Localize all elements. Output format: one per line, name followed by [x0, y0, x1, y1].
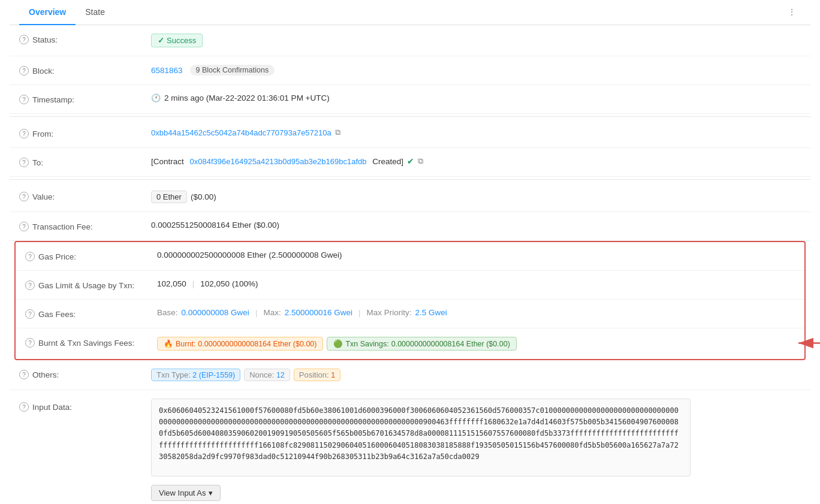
from-help-icon[interactable]: ?	[19, 129, 29, 138]
from-row: ? From: 0xbb44a15462c5c5042a74b4adc77079…	[10, 119, 810, 148]
gasfees-label: ? Gas Fees:	[25, 308, 157, 319]
position-badge: Position: 1	[294, 369, 340, 381]
ether-badge: 0 Ether	[151, 191, 187, 203]
burnt-badge: 🔥 Burnt: 0.0000000000008164 Ether ($0.00…	[157, 337, 323, 351]
gasprice-label: ? Gas Price:	[25, 251, 157, 261]
timestamp-value: 🕐 2 mins ago (Mar-22-2022 01:36:01 PM +U…	[151, 93, 801, 102]
status-help-icon[interactable]: ?	[19, 35, 29, 44]
from-copy-icon[interactable]: ⧉	[335, 128, 340, 137]
status-row: ? Status: Success	[10, 25, 810, 56]
to-address-link[interactable]: 0x084f396e164925a4213b0d95ab3e2b169bc1af…	[190, 157, 367, 166]
block-confirmations-badge: 9 Block Confirmations	[190, 65, 275, 76]
txntype-badge: Txn Type: 2 (EIP-1559)	[151, 369, 240, 381]
block-value: 6581863 9 Block Confirmations	[151, 65, 801, 76]
others-row: ? Others: Txn Type: 2 (EIP-1559) Nonce: …	[10, 360, 810, 390]
burnt-value: 🔥 Burnt: 0.0000000000008164 Ether ($0.00…	[157, 337, 795, 351]
value-row: ? Value: 0 Ether ($0.00)	[10, 182, 810, 212]
burnt-row: ? Burnt & Txn Savings Fees: 🔥 Burnt: 0.0…	[16, 328, 804, 359]
block-number-link[interactable]: 6581863	[151, 66, 183, 75]
to-copy-icon[interactable]: ⧉	[418, 156, 423, 166]
value-label: ? Value:	[19, 191, 151, 201]
view-input-button[interactable]: View Input As ▾	[151, 485, 221, 501]
status-label: ? Status:	[19, 34, 151, 44]
savings-badge: 🟢 Txn Savings: 0.0000000000008164 Ether …	[327, 337, 516, 351]
inputdata-row: ? Input Data: 0x60606040523241561000f576…	[10, 390, 810, 504]
burnt-amount: 0.0000000000008164 Ether ($0.00)	[198, 340, 316, 348]
to-label: ? To:	[19, 156, 151, 167]
timestamp-label: ? Timestamp:	[19, 93, 151, 104]
inputdata-value: 0x60606040523241561000f57600080fd5b60e38…	[151, 399, 801, 501]
gaslimit-row: ? Gas Limit & Usage by Txn: 102,050 | 10…	[16, 271, 804, 300]
from-address-link[interactable]: 0xbb44a15462c5c5042a74b4adc770793a7e5721…	[151, 128, 331, 137]
red-arrow-annotation	[792, 331, 820, 357]
others-help-icon[interactable]: ?	[19, 370, 29, 379]
clock-icon: 🕐	[151, 93, 161, 102]
to-help-icon[interactable]: ?	[19, 158, 29, 167]
to-verified-icon: ✔	[407, 156, 414, 166]
more-options-icon[interactable]: ⋮	[783, 0, 801, 25]
inputdata-help-icon[interactable]: ?	[19, 402, 29, 412]
burnt-label: ? Burnt & Txn Savings Fees:	[25, 337, 157, 348]
others-label: ? Others:	[19, 369, 151, 379]
status-value: Success	[151, 34, 801, 47]
gasprice-help-icon[interactable]: ?	[25, 252, 35, 261]
txfee-row: ? Transaction Fee: 0.0002551250008164 Et…	[10, 212, 810, 241]
gaslimit-label: ? Gas Limit & Usage by Txn:	[25, 279, 157, 290]
to-value: [Contract 0x084f396e164925a4213b0d95ab3e…	[151, 156, 801, 166]
savings-label-text: Txn Savings:	[345, 340, 388, 348]
from-value: 0xbb44a15462c5c5042a74b4adc770793a7e5721…	[151, 128, 801, 137]
tab-overview[interactable]: Overview	[19, 0, 76, 25]
tab-state[interactable]: State	[76, 0, 114, 25]
txfee-help-icon[interactable]: ?	[19, 222, 29, 231]
nonce-badge: Nonce: 12	[244, 369, 290, 381]
value-help-icon[interactable]: ?	[19, 192, 29, 201]
value-amount: 0 Ether ($0.00)	[151, 191, 801, 203]
timestamp-row: ? Timestamp: 🕐 2 mins ago (Mar-22-2022 0…	[10, 85, 810, 114]
from-label: ? From:	[19, 128, 151, 138]
status-badge: Success	[151, 34, 203, 47]
block-help-icon[interactable]: ?	[19, 66, 29, 76]
gasfees-value: Base: 0.000000008 Gwei | Max: 2.50000001…	[157, 308, 795, 317]
block-label: ? Block:	[19, 65, 151, 76]
gaslimit-help-icon[interactable]: ?	[25, 280, 35, 290]
chevron-down-icon: ▾	[209, 488, 213, 497]
gaslimit-value: 102,050 | 102,050 (100%)	[157, 279, 795, 288]
burnt-label-text: Burnt:	[176, 340, 195, 348]
block-row: ? Block: 6581863 9 Block Confirmations	[10, 56, 810, 85]
highlighted-gas-section: ? Gas Price: 0.000000002500000008 Ether …	[14, 241, 806, 360]
txfee-label: ? Transaction Fee:	[19, 221, 151, 231]
gasprice-row: ? Gas Price: 0.000000002500000008 Ether …	[16, 242, 804, 271]
others-value: Txn Type: 2 (EIP-1559) Nonce: 12 Positio…	[151, 369, 801, 381]
gasfees-row: ? Gas Fees: Base: 0.000000008 Gwei | Max…	[16, 300, 804, 328]
gasprice-value: 0.000000002500000008 Ether (2.500000008 …	[157, 251, 795, 259]
max-fee-value: 2.500000016 Gwei	[285, 308, 352, 317]
inputdata-label: ? Input Data:	[19, 399, 151, 412]
base-fee-label: Base:	[157, 308, 178, 317]
maxpriority-fee-value: 2.5 Gwei	[415, 308, 447, 317]
input-data-textarea: 0x60606040523241561000f57600080fd5b60e38…	[151, 399, 691, 476]
gasfees-help-icon[interactable]: ?	[25, 309, 35, 319]
savings-amount: 0.0000000000008164 Ether ($0.00)	[391, 340, 510, 348]
base-fee-value: 0.000000008 Gwei	[182, 308, 249, 317]
to-row: ? To: [Contract 0x084f396e164925a4213b0d…	[10, 148, 810, 177]
max-fee-label: Max:	[263, 308, 281, 317]
timestamp-help-icon[interactable]: ?	[19, 95, 29, 104]
txfee-value: 0.0002551250008164 Ether ($0.00)	[151, 221, 801, 230]
maxpriority-fee-label: Max Priority:	[367, 308, 412, 317]
burnt-help-icon[interactable]: ?	[25, 338, 35, 348]
